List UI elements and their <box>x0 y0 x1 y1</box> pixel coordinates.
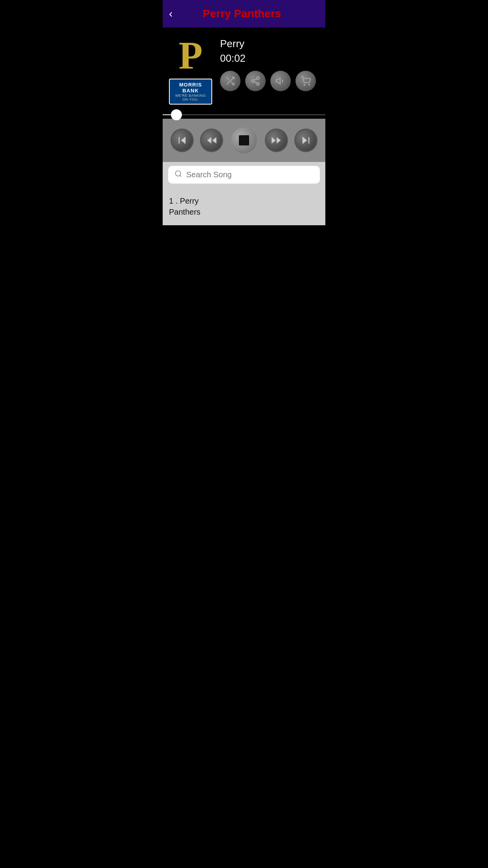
stop-icon <box>239 135 249 145</box>
svg-line-4 <box>254 82 257 83</box>
song-list: 1 . PerryPanthers <box>163 188 325 225</box>
stop-button[interactable] <box>229 126 258 155</box>
track-time: 00:02 <box>220 52 319 64</box>
search-icon <box>174 170 182 180</box>
svg-point-3 <box>257 83 259 85</box>
svg-point-17 <box>176 171 181 176</box>
track-info: Perry 00:02 <box>220 34 319 91</box>
svg-line-0 <box>231 82 233 84</box>
svg-marker-14 <box>272 137 276 143</box>
shuffle-button[interactable] <box>220 71 240 91</box>
list-item[interactable]: 1 . PerryPanthers <box>163 191 325 222</box>
svg-point-7 <box>304 85 305 85</box>
search-input-wrapper <box>168 166 320 184</box>
logo-container: P MORRISBANK WE'RE BANKING ON YOU. <box>169 34 212 105</box>
bottom-area <box>163 225 325 422</box>
svg-marker-9 <box>181 137 185 144</box>
svg-marker-12 <box>212 137 216 143</box>
prev-track-button[interactable] <box>171 129 194 152</box>
page-title: Perry Panthers <box>176 7 307 20</box>
sponsor-logo: MORRISBANK WE'RE BANKING ON YOU. <box>169 79 212 105</box>
svg-point-1 <box>257 77 259 79</box>
player-area: P MORRISBANK WE'RE BANKING ON YOU. Perry… <box>163 28 325 111</box>
track-name: Perry <box>220 38 319 50</box>
action-buttons <box>220 71 319 91</box>
search-container <box>163 162 325 188</box>
svg-point-8 <box>309 85 310 85</box>
header: ‹ Perry Panthers <box>163 0 325 28</box>
bank-tagline: WE'RE BANKING ON YOU. <box>174 94 207 101</box>
progress-thumb[interactable] <box>171 109 182 120</box>
volume-button[interactable] <box>270 71 291 91</box>
svg-marker-11 <box>207 137 211 143</box>
next-track-button[interactable] <box>294 129 317 152</box>
svg-marker-15 <box>303 137 307 144</box>
svg-line-18 <box>180 175 182 177</box>
transport-controls <box>163 119 325 162</box>
team-logo: P <box>169 34 212 77</box>
search-input[interactable] <box>186 170 314 179</box>
back-button[interactable]: ‹ <box>169 7 172 20</box>
svg-point-2 <box>251 80 254 83</box>
share-button[interactable] <box>245 71 266 91</box>
rewind-button[interactable] <box>200 129 223 152</box>
svg-line-5 <box>254 79 257 80</box>
cart-button[interactable] <box>295 71 316 91</box>
progress-bar-container[interactable] <box>163 111 325 119</box>
p-letter: P <box>178 36 202 75</box>
fast-forward-button[interactable] <box>265 129 288 152</box>
song-number: 1 . <box>169 197 180 205</box>
bank-name: MORRISBANK <box>174 82 207 94</box>
svg-marker-6 <box>276 78 280 84</box>
svg-marker-13 <box>277 137 281 143</box>
progress-track <box>163 114 325 115</box>
